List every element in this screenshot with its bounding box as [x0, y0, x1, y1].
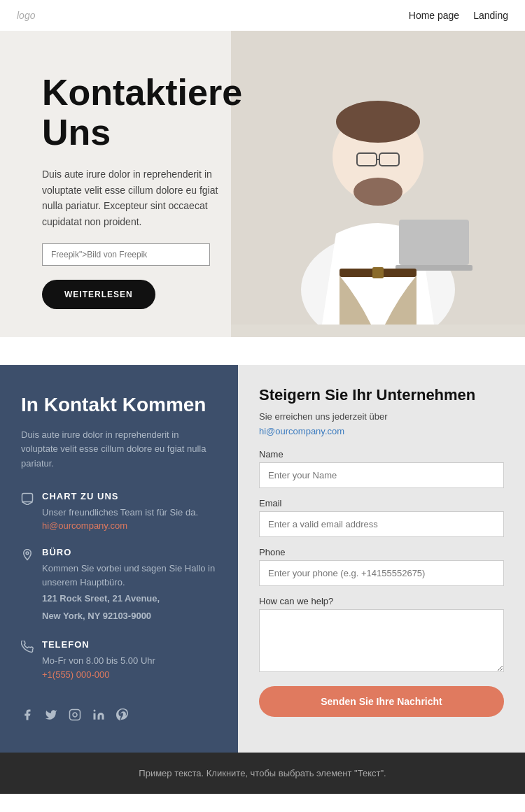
phone-text: Mo-Fr von 8.00 bis 5.00 Uhr — [42, 654, 155, 668]
twitter-icon[interactable] — [45, 708, 57, 725]
footer: Пример текста. Кликните, чтобы выбрать э… — [0, 753, 525, 794]
instagram-icon[interactable] — [69, 708, 81, 725]
name-input[interactable] — [259, 462, 504, 488]
contact-form: Steigern Sie Ihr Unternehmen Sie erreich… — [238, 365, 525, 753]
nav-links: Home page Landing — [409, 10, 508, 21]
svg-point-16 — [94, 709, 96, 711]
contact-item-phone: TELEFON Mo-Fr von 8.00 bis 5.00 Uhr +1(5… — [21, 639, 217, 681]
navbar: logo Home page Landing — [0, 0, 525, 31]
chat-text: Unser freundliches Team ist für Sie da. — [42, 506, 198, 520]
chat-title: CHART ZU UNS — [42, 491, 198, 501]
hero-section: Kontaktiere Uns Duis aute irure dolor in… — [0, 31, 525, 337]
facebook-icon[interactable] — [21, 708, 34, 725]
contact-left-desc: Duis aute irure dolor in reprehenderit i… — [21, 428, 217, 471]
hero-description: Duis aute irure dolor in reprehenderit i… — [42, 166, 231, 229]
hero-person-svg — [231, 31, 525, 325]
svg-rect-14 — [70, 709, 80, 720]
phone-label: Phone — [259, 547, 504, 557]
phone-icon — [21, 641, 34, 656]
linkedin-icon[interactable] — [92, 708, 105, 725]
form-title: Steigern Sie Ihr Unternehmen — [259, 386, 504, 404]
phone-title: TELEFON — [42, 639, 155, 650]
hero-content: Kontaktiere Uns Duis aute irure dolor in… — [0, 31, 252, 337]
svg-rect-8 — [399, 220, 469, 265]
footer-text: Пример текста. Кликните, чтобы выбрать э… — [139, 768, 386, 778]
logo: logo — [17, 10, 35, 21]
contact-item-chat: CHART ZU UNS Unser freundliches Team ist… — [21, 491, 217, 532]
office-text: Kommen Sie vorbei und sagen Sie Hallo in… — [42, 562, 217, 589]
contact-left: In Kontakt Kommen Duis aute irure dolor … — [0, 365, 238, 753]
office-title: BÜRO — [42, 547, 217, 557]
message-label: How can we help? — [259, 596, 504, 606]
svg-point-3 — [336, 101, 420, 143]
spacer — [0, 337, 525, 365]
submit-button[interactable]: Senden Sie Ihre Nachricht — [259, 686, 504, 717]
home-page-link[interactable]: Home page — [409, 10, 459, 21]
phone-input[interactable] — [259, 560, 504, 586]
message-textarea[interactable] — [259, 609, 504, 672]
hero-image — [231, 31, 525, 337]
svg-point-13 — [26, 552, 29, 555]
svg-rect-12 — [22, 493, 33, 501]
hero-input[interactable] — [42, 243, 210, 266]
chat-link[interactable]: hi@ourcompany.com — [42, 520, 127, 531]
email-label: Email — [259, 498, 504, 508]
svg-point-7 — [354, 178, 402, 206]
svg-rect-11 — [372, 267, 384, 278]
pinterest-icon[interactable] — [116, 708, 129, 725]
office-address-1: 121 Rock Sreet, 21 Avenue, — [42, 592, 217, 606]
office-address-2: New York, NY 92103-9000 — [42, 609, 217, 624]
landing-link[interactable]: Landing — [473, 10, 508, 21]
form-subtitle: Sie erreichen uns jederzeit über — [259, 411, 504, 422]
form-email-link[interactable]: hi@ourcompany.com — [259, 426, 504, 436]
hero-title: Kontaktiere Uns — [42, 73, 231, 152]
contact-left-title: In Kontakt Kommen — [21, 393, 217, 417]
social-icons — [21, 708, 217, 725]
email-input[interactable] — [259, 511, 504, 537]
phone-link[interactable]: +1(555) 000-000 — [42, 669, 110, 680]
chat-icon — [21, 492, 34, 508]
contact-section: In Kontakt Kommen Duis aute irure dolor … — [0, 365, 525, 753]
location-icon — [21, 548, 34, 564]
contact-item-office: BÜRO Kommen Sie vorbei und sagen Sie Hal… — [21, 547, 217, 624]
weiterlesen-button[interactable]: WEITERLESEN — [42, 280, 155, 309]
name-label: Name — [259, 449, 504, 460]
